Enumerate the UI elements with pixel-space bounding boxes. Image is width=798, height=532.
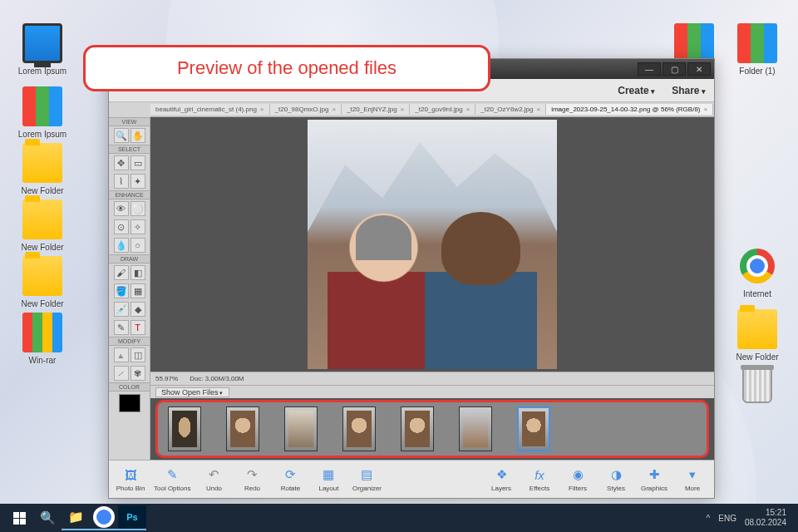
redo-icon: ↷ xyxy=(244,466,260,483)
organizer-icon: ▤ xyxy=(358,466,375,483)
desktop-icon-binder[interactable]: Folder (1) xyxy=(728,23,786,76)
desktop-icon-binder[interactable]: Lorem Ipsum xyxy=(13,86,71,139)
folder-icon xyxy=(22,143,62,183)
start-button[interactable] xyxy=(5,505,33,530)
tray-language[interactable]: ENG xyxy=(718,514,736,523)
tooloptions-button[interactable]: ✎Tool Options xyxy=(154,466,190,492)
spot-tool[interactable]: ⊙ xyxy=(114,219,129,234)
crop-tool[interactable]: ⟁ xyxy=(114,347,129,362)
desktop-icon-folder[interactable]: New Folder xyxy=(13,200,71,252)
effects-button[interactable]: fxEffects xyxy=(525,466,554,492)
shape-tool[interactable]: ◆ xyxy=(131,302,145,317)
marquee-tool[interactable]: ▭ xyxy=(131,155,145,170)
thumbnail[interactable] xyxy=(284,406,318,451)
menu-create[interactable]: Create xyxy=(618,85,655,96)
binder-icon xyxy=(22,86,62,126)
canvas-area: 55.97% Doc: 3,00M/3,00M Show Open Files xyxy=(150,117,714,460)
maximize-button[interactable]: ▢ xyxy=(663,62,686,76)
winrar-icon xyxy=(22,313,62,352)
rotate-button[interactable]: ⟳Rotate xyxy=(275,466,305,492)
gradient-tool[interactable]: ▦ xyxy=(131,283,145,298)
lasso-tool[interactable]: ⌇ xyxy=(114,174,129,189)
tray-chevron-icon[interactable]: ^ xyxy=(707,514,711,523)
undo-button[interactable]: ↶Undo xyxy=(199,466,229,492)
canvas[interactable] xyxy=(150,117,714,372)
eyedropper-tool[interactable]: 💉 xyxy=(114,302,129,317)
recompose-tool[interactable]: ◫ xyxy=(131,347,145,362)
styles-icon: ◑ xyxy=(608,466,624,483)
toolbox-section-enhance: ENHANCE xyxy=(109,190,150,200)
chrome-button[interactable] xyxy=(90,505,118,530)
photobin-button[interactable]: 🖼Photo Bin xyxy=(116,466,145,492)
toolbox: VIEW 🔍✋ SELECT ✥▭ ⌇✦ ENHANCE 👁⚪ ⊙✧ 💧○ DR… xyxy=(109,117,150,460)
bucket-tool[interactable]: 🪣 xyxy=(114,283,129,298)
desktop-icon-folder[interactable]: New Folder xyxy=(728,309,786,362)
teeth-tool[interactable]: ⚪ xyxy=(131,201,145,216)
rotate-icon: ⟳ xyxy=(282,466,298,483)
close-icon[interactable]: × xyxy=(466,106,470,113)
zoom-tool[interactable]: 🔍 xyxy=(114,128,129,143)
desktop-icon-folder[interactable]: New Folder xyxy=(13,143,71,195)
layout-button[interactable]: ▦Layout xyxy=(313,466,343,492)
tab-item[interactable]: _t20_OzY6w2.jpg× xyxy=(475,104,546,115)
close-icon[interactable]: × xyxy=(537,106,541,113)
color-swatch[interactable] xyxy=(119,394,140,412)
hand-tool[interactable]: ✋ xyxy=(131,128,145,143)
blur-tool[interactable]: 💧 xyxy=(114,238,129,253)
thumbnail[interactable] xyxy=(226,406,259,451)
organizer-button[interactable]: ▤Organizer xyxy=(352,466,382,492)
person-left xyxy=(328,207,440,369)
tab-item[interactable]: _t20_EnjNYZ.jpg× xyxy=(342,104,410,115)
layers-button[interactable]: ❖Layers xyxy=(486,466,516,492)
menu-share[interactable]: Share xyxy=(672,85,706,96)
pencil-tool[interactable]: ✎ xyxy=(114,320,129,335)
redo-button[interactable]: ↷Redo xyxy=(237,466,267,492)
filters-button[interactable]: ◉Filters xyxy=(563,466,593,492)
move-tool[interactable]: ✥ xyxy=(114,155,129,170)
wand-tool[interactable]: ✦ xyxy=(131,174,145,189)
photoshop-button[interactable]: Ps xyxy=(118,505,146,530)
thumbnail-selected[interactable] xyxy=(517,406,550,451)
show-open-files-dropdown[interactable]: Show Open Files xyxy=(155,387,229,397)
tab-item[interactable]: _t20_98QmxO.jpg× xyxy=(270,104,342,115)
desktop-icon-chrome[interactable]: Internet xyxy=(728,246,786,298)
thumbnail[interactable] xyxy=(459,406,492,451)
folder-icon xyxy=(22,200,62,239)
desktop-icon-folder[interactable]: New Folder xyxy=(13,256,71,308)
graphics-button[interactable]: ✚Graphics xyxy=(639,466,669,492)
close-icon[interactable]: × xyxy=(704,106,708,113)
brush-tool[interactable]: 🖌 xyxy=(114,265,129,280)
tab-item[interactable]: beautiful_girl_cinematic_st (4).png× xyxy=(150,104,270,115)
toolbox-section-draw: DRAW xyxy=(109,254,150,264)
doc-size: Doc: 3,00M/3,00M xyxy=(190,375,244,382)
minimize-button[interactable]: — xyxy=(638,62,661,76)
redeye-tool[interactable]: ✧ xyxy=(131,219,145,234)
zoom-level: 55.97% xyxy=(155,375,178,382)
tab-item-active[interactable]: image_2023-09-25_14-00-32.png @ 56% (RGB… xyxy=(546,104,713,115)
text-tool[interactable]: T xyxy=(131,320,145,335)
photo-bin xyxy=(155,400,709,458)
more-icon: ▾ xyxy=(684,466,701,483)
thumbnail[interactable] xyxy=(168,406,201,451)
desktop-icon-trash[interactable] xyxy=(728,366,786,409)
tray-clock[interactable]: 15:2108.02.2024 xyxy=(745,508,786,528)
eye-tool[interactable]: 👁 xyxy=(114,201,129,216)
close-button[interactable]: ✕ xyxy=(687,62,711,76)
close-icon[interactable]: × xyxy=(401,106,405,113)
eraser-tool[interactable]: ◧ xyxy=(131,265,145,280)
search-button[interactable]: 🔍 xyxy=(33,505,62,530)
desktop-icon-winrar[interactable]: Win-rar xyxy=(13,313,71,365)
cookie-tool[interactable]: ✾ xyxy=(131,366,145,381)
close-icon[interactable]: × xyxy=(332,106,336,113)
thumbnail[interactable] xyxy=(401,406,434,451)
straighten-tool[interactable]: ⟋ xyxy=(114,366,129,381)
explorer-button[interactable]: 📁 xyxy=(62,505,90,530)
tab-item[interactable]: _t20_gov9rd.jpg× xyxy=(410,104,475,115)
close-icon[interactable]: × xyxy=(260,106,264,113)
styles-button[interactable]: ◑Styles xyxy=(601,466,631,492)
thumbnail[interactable] xyxy=(342,406,376,451)
desktop-icon-pc[interactable]: Lorem Ipsum xyxy=(13,23,71,76)
more-button[interactable]: ▾More xyxy=(677,466,707,492)
sponge-tool[interactable]: ○ xyxy=(131,238,145,253)
chrome-icon xyxy=(96,510,111,525)
